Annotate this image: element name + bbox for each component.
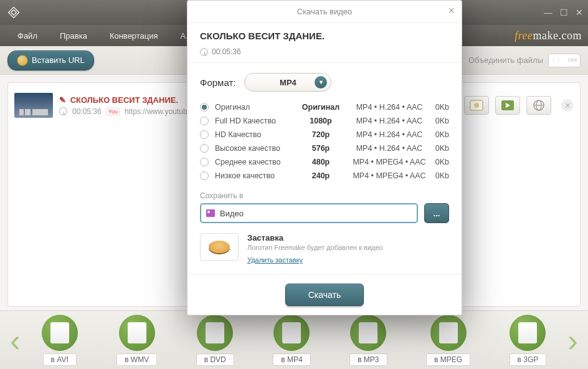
save-to-label: Сохранить в <box>200 191 449 200</box>
video-title-text: СКОЛЬКО ВЕСИТ ЗДАНИЕ. <box>70 95 178 105</box>
dialog-titlebar: Скачать видео ✕ <box>187 1 462 23</box>
quality-codec: MP4 • H.264 • AAC <box>346 130 433 139</box>
quality-name: Высокое качество <box>215 144 296 153</box>
svg-rect-1 <box>11 10 16 15</box>
dialog-heading: СКОЛЬКО ВЕСИТ ЗДАНИЕ. <box>200 31 449 41</box>
quality-size: 0Kb <box>433 103 449 112</box>
quality-list: ОригиналОригиналMP4 • H.264 • AAC0KbFull… <box>200 100 449 183</box>
format-dock: ‹ в AVIв WMVв DVDв MP4в MP3в MPEGв 3GP › <box>0 310 588 369</box>
browse-button[interactable]: ... <box>424 203 449 223</box>
save-path-input[interactable]: Видео <box>200 203 418 223</box>
join-files-control: Объединить файлы OFF <box>468 54 581 67</box>
join-files-label: Объединить файлы <box>468 55 543 65</box>
dock-prev-button[interactable]: ‹ <box>10 322 21 358</box>
dock-circle-icon <box>42 315 78 351</box>
format-value: MP4 <box>280 78 296 87</box>
dock-circle-icon <box>350 315 386 351</box>
quality-radio[interactable] <box>200 117 209 125</box>
quality-row[interactable]: Среднее качество480pMP4 • MPEG4 • AAC0Kb <box>200 155 449 169</box>
menu-file[interactable]: Файл <box>6 31 49 41</box>
brand-free: free <box>514 29 533 42</box>
quality-codec: MP4 • MPEG4 • AAC <box>346 171 433 180</box>
dock-item[interactable]: в MP3 <box>349 315 387 366</box>
quality-radio[interactable] <box>200 130 209 139</box>
dialog-duration: 00:05:36 <box>212 47 241 56</box>
video-thumbnail <box>14 93 53 118</box>
dock-item[interactable]: в MPEG <box>426 315 470 366</box>
quality-radio[interactable] <box>200 103 209 112</box>
quality-size: 0Kb <box>433 130 449 139</box>
quality-resolution: 1080p <box>296 117 346 125</box>
quality-radio[interactable] <box>200 171 209 180</box>
remove-splash-link[interactable]: Удалить заставку <box>247 256 303 264</box>
quality-resolution: 240p <box>296 171 346 180</box>
paste-url-button[interactable]: Вставить URL <box>7 50 94 70</box>
window-close-icon[interactable]: ✕ <box>576 7 583 17</box>
svg-rect-0 <box>9 7 19 18</box>
dock-circle-icon <box>430 315 467 351</box>
youtube-badge-icon: You <box>107 108 120 115</box>
dialog-title-text: Скачать видео <box>297 7 353 16</box>
dock-next-button[interactable]: › <box>567 322 578 358</box>
freemake-logo-icon <box>209 241 230 253</box>
dock-item-label: в 3GP <box>510 353 547 366</box>
video-duration: 00:05:36 <box>72 107 102 116</box>
download-button[interactable]: Скачать <box>285 284 364 306</box>
quality-codec: MP4 • H.264 • AAC <box>346 103 433 112</box>
quality-name: Низкое качество <box>215 171 296 180</box>
format-select[interactable]: MP4 ▼ <box>244 73 331 92</box>
quality-row[interactable]: HD Качество720pMP4 • H.264 • AAC0Kb <box>200 128 449 141</box>
window-maximize-icon[interactable]: ☐ <box>560 7 568 17</box>
window-minimize-icon[interactable]: — <box>544 7 552 17</box>
dialog-close-button[interactable]: ✕ <box>448 6 455 16</box>
dock-item[interactable]: в WMV <box>116 315 157 366</box>
quality-row[interactable]: ОригиналОригиналMP4 • H.264 • AAC0Kb <box>200 100 449 114</box>
row-subtitles-button[interactable] <box>495 96 520 115</box>
format-label: Формат: <box>200 77 235 88</box>
quality-size: 0Kb <box>433 117 449 125</box>
download-dialog: Скачать видео ✕ СКОЛЬКО ВЕСИТ ЗДАНИЕ. 00… <box>187 0 462 315</box>
quality-resolution: 576p <box>296 144 346 153</box>
splash-preview <box>200 233 239 261</box>
menu-convert[interactable]: Конвертация <box>98 31 169 41</box>
quality-resolution: 720p <box>296 130 346 139</box>
dock-item[interactable]: в AVI <box>42 315 78 366</box>
svg-point-3 <box>474 103 479 108</box>
menu-edit[interactable]: Правка <box>49 31 98 41</box>
row-info-button[interactable] <box>464 96 489 115</box>
video-info: ✎ СКОЛЬКО ВЕСИТ ЗДАНИЕ. 00:05:36 You htt… <box>59 95 191 116</box>
quality-name: HD Качество <box>215 130 296 139</box>
quality-name: Full HD Качество <box>215 117 296 125</box>
chevron-down-icon: ▼ <box>315 76 327 89</box>
paste-url-label: Вставить URL <box>32 55 85 65</box>
dock-circle-icon <box>273 315 310 351</box>
splash-title: Заставка <box>247 233 383 242</box>
quality-row[interactable]: Высокое качество576pMP4 • H.264 • AAC0Kb <box>200 141 449 155</box>
folder-icon <box>206 209 215 217</box>
save-path-value: Видео <box>220 209 244 218</box>
row-remove-button[interactable]: ✕ <box>561 99 574 112</box>
dock-item-label: в AVI <box>43 353 77 366</box>
dock-item-label: в MP4 <box>273 353 310 366</box>
dock-item-label: в MP3 <box>349 353 387 366</box>
splash-description: Логотип Freemake будет добавлен к видео <box>247 244 383 251</box>
join-files-toggle[interactable]: OFF <box>548 54 581 67</box>
quality-radio[interactable] <box>200 158 209 166</box>
dock-item[interactable]: в 3GP <box>510 315 547 366</box>
dock-item-label: в MPEG <box>426 353 470 366</box>
dock-circle-icon <box>510 315 546 351</box>
quality-codec: MP4 • H.264 • AAC <box>346 117 433 125</box>
brand-make: make.com <box>533 29 582 42</box>
quality-size: 0Kb <box>433 171 449 180</box>
dock-item[interactable]: в DVD <box>196 315 234 366</box>
quality-row[interactable]: Full HD Качество1080pMP4 • H.264 • AAC0K… <box>200 114 449 128</box>
dock-circle-icon <box>119 315 155 351</box>
quality-name: Среднее качество <box>215 158 296 166</box>
dock-item[interactable]: в MP4 <box>273 315 310 366</box>
quality-row[interactable]: Низкое качество240pMP4 • MPEG4 • AAC0Kb <box>200 169 449 183</box>
row-web-button[interactable] <box>526 96 551 115</box>
dock-item-label: в DVD <box>196 353 234 366</box>
brand-label: freemake.com <box>514 29 582 42</box>
pencil-icon: ✎ <box>59 95 66 105</box>
quality-radio[interactable] <box>200 144 209 153</box>
